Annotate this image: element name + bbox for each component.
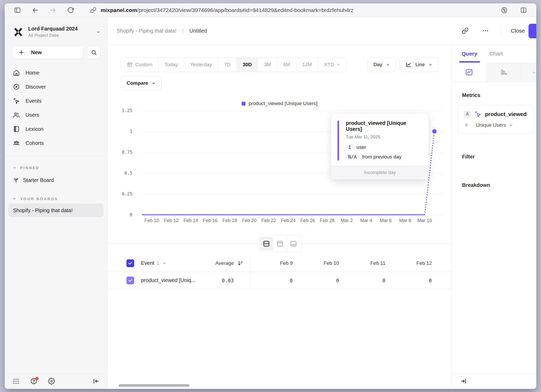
chart-legend[interactable]: product_viewed [Unique Users] xyxy=(107,101,452,106)
x-tick-label: Feb 28 xyxy=(320,218,335,223)
viz-tab-funnel[interactable] xyxy=(521,63,536,82)
table-header-row: Event 1 Average Feb 9Feb 10Feb 11Feb 12 xyxy=(107,255,452,272)
table-row: product_viewed [Uniq... 0.03 0000 xyxy=(107,272,452,289)
visualization-tabs xyxy=(452,63,536,82)
table-row-values: 0000 xyxy=(250,278,452,283)
x-tick-label: Feb 26 xyxy=(300,218,315,223)
new-button[interactable]: New xyxy=(12,46,83,59)
sidebar-item-label: Events xyxy=(26,98,41,104)
x-tick-label: Mar 8 xyxy=(399,218,411,223)
panel-tabs: Query Chart xyxy=(452,45,536,63)
save-button-partial[interactable] xyxy=(528,24,536,38)
tab-query[interactable]: Query xyxy=(462,51,477,57)
breadcrumb-page-title[interactable]: Untitled xyxy=(189,28,207,34)
date-range-xtd[interactable]: XTD xyxy=(318,58,346,72)
column-header-feb-10[interactable]: Feb 10 xyxy=(297,260,343,266)
x-tick-label: Mar 6 xyxy=(380,218,392,223)
breadcrumb-board[interactable]: Shopify - Piping that data! xyxy=(117,28,176,34)
date-range-6m[interactable]: 6M xyxy=(277,58,296,72)
help-icon[interactable] xyxy=(29,377,38,386)
browser-split-view-icon[interactable] xyxy=(518,4,530,16)
browser-extensions-icon[interactable] xyxy=(498,4,510,16)
notification-dot xyxy=(35,377,39,380)
browser-url-bar[interactable]: mixpanel.com/project/3472420/view/397469… xyxy=(90,7,498,13)
header-divider xyxy=(501,25,501,36)
line-chart-icon xyxy=(405,62,412,68)
url-domain: mixpanel.com xyxy=(101,7,137,13)
date-range-today[interactable]: Today xyxy=(158,58,184,72)
x-tick-label: Feb 12 xyxy=(164,218,179,223)
sidebar-item-users[interactable]: Users xyxy=(5,108,107,122)
close-button[interactable]: Close xyxy=(511,28,525,34)
chart-type-dropdown[interactable]: Line xyxy=(399,57,438,72)
layout-table-only-toggle[interactable] xyxy=(287,237,300,251)
sidebar-item-cohorts[interactable]: Cohorts xyxy=(5,136,107,150)
project-switcher[interactable]: Lord Farquaad 2024 All Project Data xyxy=(13,26,100,38)
x-tick-label: Feb 16 xyxy=(203,218,218,223)
event-column-label[interactable]: Event xyxy=(141,260,154,266)
date-range-3m[interactable]: 3M xyxy=(258,58,277,72)
x-tick-label: Mar 4 xyxy=(360,218,372,223)
row-checkbox[interactable] xyxy=(126,277,134,284)
tooltip-series-bar xyxy=(337,121,339,161)
browser-reload-icon[interactable] xyxy=(65,4,77,16)
project-info: Lord Farquaad 2024 All Project Data xyxy=(28,26,92,38)
row-event-name[interactable]: product_viewed [Uniq... xyxy=(141,277,200,283)
browser-window: mixpanel.com/project/3472420/view/397469… xyxy=(5,3,536,389)
project-scope: All Project Data xyxy=(28,33,92,38)
collapse-sidebar-icon[interactable] xyxy=(91,377,100,386)
sidebar-item-home[interactable]: Home xyxy=(5,66,107,80)
pinned-section-header[interactable]: PINNED xyxy=(5,166,107,170)
x-tick-label: Feb 10 xyxy=(144,218,159,223)
browser-back-icon[interactable] xyxy=(29,4,41,16)
browser-forward-icon[interactable] xyxy=(47,4,59,16)
x-tick-label: Mar 2 xyxy=(341,218,353,223)
apps-grid-icon[interactable] xyxy=(11,377,20,386)
your-boards-section-header[interactable]: YOUR BOARDS xyxy=(5,197,107,201)
sidebar-item-label: Users xyxy=(26,112,39,118)
date-range-yesterday[interactable]: Yesterday xyxy=(184,58,218,72)
viz-tab-line[interactable] xyxy=(452,63,487,82)
browser-sidebar-toggle-icon[interactable] xyxy=(11,4,23,16)
layout-chart-only-toggle[interactable] xyxy=(273,237,287,251)
url-path: /project/3472420/view/3974696/app/boards… xyxy=(137,7,353,13)
search-button[interactable] xyxy=(87,46,100,59)
average-column-label[interactable]: Average xyxy=(200,260,234,266)
horizontal-scrollbar-thumb[interactable] xyxy=(119,384,189,387)
sidebar-item-board-shopify[interactable]: Shopify - Piping that data! xyxy=(8,204,103,217)
funnel-flow-icon xyxy=(533,68,536,76)
sort-descending-icon[interactable] xyxy=(234,260,244,266)
granularity-dropdown[interactable]: Day xyxy=(367,57,396,72)
y-tick-label: 0.25 xyxy=(122,191,132,197)
chart-x-axis: Feb 10Feb 12Feb 14Feb 16Feb 18Feb 20Feb … xyxy=(107,218,452,225)
event-cursor-icon xyxy=(475,111,481,118)
plus-icon xyxy=(19,50,24,55)
breadcrumb-separator: / xyxy=(182,28,184,34)
date-range-7d[interactable]: 7D xyxy=(218,58,237,72)
sidebar-item-lexicon[interactable]: Lexicon xyxy=(5,122,107,136)
metric-aggregation[interactable]: Unique Users xyxy=(476,122,506,128)
column-header-feb-9[interactable]: Feb 9 xyxy=(250,260,297,266)
url-link-icon xyxy=(90,7,96,13)
date-range-30d[interactable]: 30D xyxy=(237,58,258,72)
tab-chart[interactable]: Chart xyxy=(489,51,503,57)
column-header-feb-12[interactable]: Feb 12 xyxy=(390,260,436,266)
compare-button[interactable]: Compare xyxy=(121,76,162,90)
chevron-down-icon[interactable] xyxy=(163,261,166,265)
metric-card[interactable]: A product_viewed # Unique Users xyxy=(458,105,534,133)
column-header-feb-11[interactable]: Feb 11 xyxy=(343,260,390,266)
more-options-icon[interactable] xyxy=(480,26,491,36)
date-range-12m[interactable]: 12M xyxy=(296,58,318,72)
copy-link-icon[interactable] xyxy=(460,26,470,36)
sidebar-item-starter-board[interactable]: Starter Board xyxy=(5,173,107,187)
sidebar-item-discover[interactable]: Discover xyxy=(5,80,107,94)
tooltip-change-label: from previous day xyxy=(362,154,402,160)
sidebar-item-events[interactable]: Events xyxy=(5,94,107,108)
collapse-panel-icon[interactable] xyxy=(459,377,468,386)
layout-split-toggle[interactable] xyxy=(260,237,273,251)
event-cursor-icon xyxy=(13,97,20,104)
date-range-custom[interactable]: Custom xyxy=(121,58,158,72)
viz-tab-bar[interactable] xyxy=(487,63,521,82)
settings-gear-icon[interactable] xyxy=(47,377,56,386)
select-all-checkbox[interactable] xyxy=(126,259,134,267)
